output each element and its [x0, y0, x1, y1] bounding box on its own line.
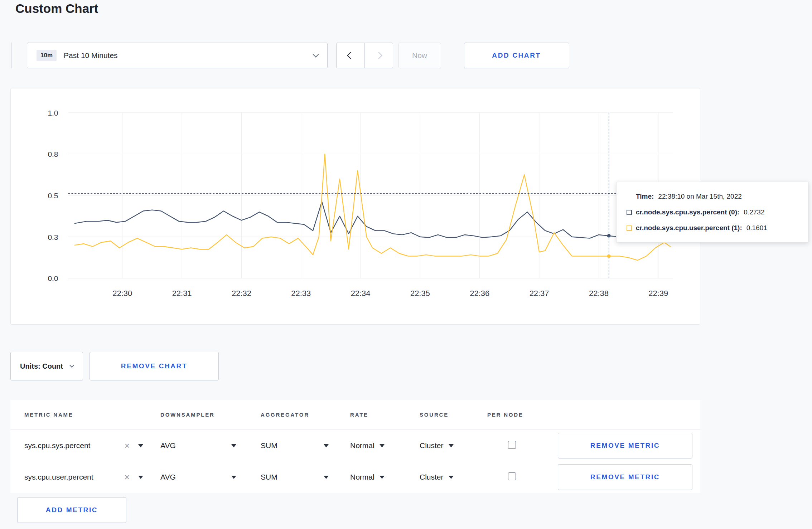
tooltip-series-label: cr.node.sys.cpu.user.percent (1): [636, 224, 742, 232]
metrics-line-chart[interactable]: 0.00.30.50.81.022:3022:3122:3222:3322:34… [11, 88, 700, 324]
time-back-button[interactable] [336, 43, 365, 68]
time-forward-button[interactable] [364, 43, 393, 68]
chart-card: 0.00.30.50.81.022:3022:3122:3222:3322:34… [10, 88, 700, 325]
svg-text:22:35: 22:35 [410, 289, 430, 298]
tooltip-series-label: cr.node.sys.cpu.sys.percent (0): [636, 208, 739, 216]
col-header-source: SOURCE [420, 412, 487, 418]
units-dropdown[interactable]: Units: Count [10, 352, 83, 380]
chevron-down-icon [69, 363, 74, 368]
toolbar-divider [11, 43, 12, 68]
caret-down-icon [449, 444, 454, 447]
metrics-table: METRIC NAME DOWNSAMPLER AGGREGATOR RATE … [10, 400, 700, 493]
chevron-down-icon [313, 52, 319, 58]
time-range-label: Past 10 Minutes [64, 51, 118, 60]
metrics-table-header: METRIC NAME DOWNSAMPLER AGGREGATOR RATE … [10, 400, 700, 430]
add-chart-button[interactable]: ADD CHART [464, 43, 569, 68]
time-range-dropdown[interactable]: 10m Past 10 Minutes [27, 43, 328, 68]
time-nav-group [336, 43, 393, 68]
chart-controls: Units: Count REMOVE CHART [10, 352, 219, 380]
remove-metric-button[interactable]: REMOVE METRIC [558, 433, 692, 458]
source-select[interactable]: Cluster [420, 441, 487, 450]
svg-text:0.5: 0.5 [48, 191, 58, 200]
tooltip-series-row: cr.node.sys.cpu.user.percent (1): 0.1601 [627, 220, 798, 236]
series-user-swatch-icon [627, 225, 632, 231]
chevron-right-icon [375, 52, 382, 59]
tooltip-series-value: 0.2732 [744, 208, 764, 216]
aggregator-select[interactable]: SUM [261, 473, 329, 481]
metric-name-value: sys.cpu.user.percent [24, 473, 93, 481]
metric-name-value: sys.cpu.sys.percent [24, 441, 90, 450]
svg-text:22:31: 22:31 [172, 289, 192, 298]
svg-text:0.3: 0.3 [48, 233, 58, 241]
tooltip-series-row: cr.node.sys.cpu.sys.percent (0): 0.2732 [627, 204, 798, 220]
add-metric-button[interactable]: ADD METRIC [17, 497, 126, 523]
caret-down-icon [324, 476, 329, 479]
toolbar: 10m Past 10 Minutes Now ADD CHART [11, 43, 569, 68]
svg-text:1.0: 1.0 [48, 109, 58, 117]
metric-name-select[interactable]: sys.cpu.user.percent [24, 473, 143, 482]
tooltip-time-value: 22:38:10 on Mar 15th, 2022 [658, 193, 741, 200]
downsampler-value: AVG [160, 473, 176, 481]
tooltip-time-row: Time: 22:38:10 on Mar 15th, 2022 [627, 189, 798, 204]
svg-text:22:34: 22:34 [351, 289, 371, 298]
series-sys-swatch-icon [627, 210, 632, 215]
col-header-rate: RATE [350, 412, 420, 418]
aggregator-value: SUM [261, 441, 277, 450]
rate-value: Normal [350, 473, 374, 481]
metric-row: sys.cpu.user.percent AVG SUM Normal Clus… [10, 461, 700, 493]
col-header-downsampler: DOWNSAMPLER [160, 412, 261, 418]
col-header-metric-name: METRIC NAME [24, 412, 160, 418]
caret-down-icon [231, 476, 236, 479]
source-select[interactable]: Cluster [420, 473, 487, 481]
source-value: Cluster [420, 473, 444, 481]
tooltip-time-label: Time: [636, 193, 654, 200]
metric-name-select[interactable]: sys.cpu.sys.percent [24, 441, 143, 450]
downsampler-value: AVG [160, 441, 176, 450]
tooltip-series-value: 0.1601 [746, 224, 767, 232]
downsampler-select[interactable]: AVG [160, 473, 236, 481]
per-node-checkbox[interactable] [508, 472, 516, 480]
time-range-badge: 10m [37, 50, 57, 61]
caret-down-icon [138, 476, 143, 479]
svg-text:22:32: 22:32 [232, 289, 251, 298]
aggregator-select[interactable]: SUM [261, 441, 329, 450]
custom-chart-page: Custom Chart 10m Past 10 Minutes Now ADD… [0, 0, 812, 529]
caret-down-icon [324, 444, 329, 447]
clear-metric-icon[interactable] [124, 441, 130, 450]
svg-text:22:39: 22:39 [648, 289, 668, 298]
caret-down-icon [380, 476, 385, 479]
caret-down-icon [380, 444, 385, 447]
downsampler-select[interactable]: AVG [160, 441, 236, 450]
source-value: Cluster [420, 441, 444, 450]
remove-metric-button[interactable]: REMOVE METRIC [558, 464, 692, 490]
clear-metric-icon[interactable] [124, 473, 130, 482]
remove-chart-button[interactable]: REMOVE CHART [90, 352, 219, 380]
svg-text:22:37: 22:37 [530, 289, 549, 298]
svg-text:22:30: 22:30 [112, 289, 132, 298]
svg-text:0.0: 0.0 [48, 274, 58, 282]
rate-select[interactable]: Normal [350, 473, 420, 481]
col-header-aggregator: AGGREGATOR [261, 412, 350, 418]
caret-down-icon [138, 444, 143, 447]
svg-text:0.8: 0.8 [48, 150, 58, 158]
metric-row: sys.cpu.sys.percent AVG SUM Normal Clust… [10, 430, 700, 461]
rate-value: Normal [350, 441, 374, 450]
col-header-per-node: PER NODE [487, 412, 558, 418]
svg-text:22:36: 22:36 [470, 289, 489, 298]
svg-text:22:33: 22:33 [291, 289, 311, 298]
caret-down-icon [231, 444, 236, 447]
aggregator-value: SUM [261, 473, 277, 481]
now-button[interactable]: Now [398, 43, 441, 68]
page-title: Custom Chart [15, 1, 98, 16]
units-label: Units: Count [20, 362, 63, 370]
svg-text:22:38: 22:38 [589, 289, 609, 298]
caret-down-icon [449, 476, 454, 479]
per-node-checkbox[interactable] [508, 441, 516, 449]
chart-tooltip: Time: 22:38:10 on Mar 15th, 2022 cr.node… [616, 182, 808, 243]
chevron-left-icon [347, 52, 354, 59]
rate-select[interactable]: Normal [350, 441, 420, 450]
